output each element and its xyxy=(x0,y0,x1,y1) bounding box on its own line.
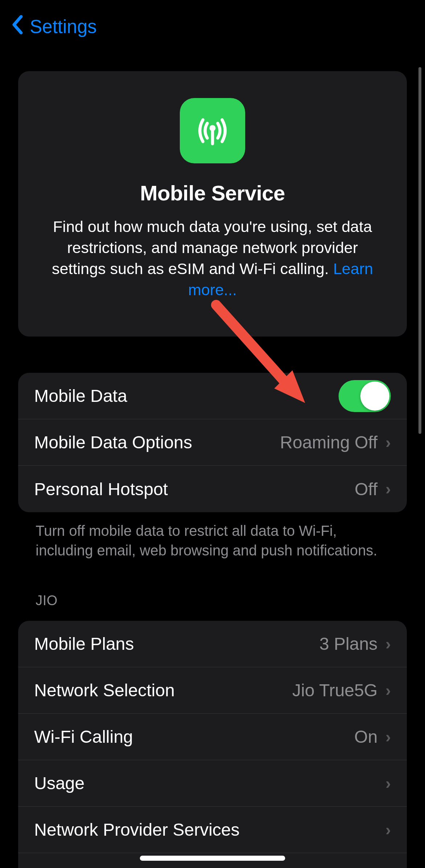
page-title: Mobile Service xyxy=(40,181,385,205)
sim-pin-label: SIM PIN xyxy=(34,867,99,868)
home-indicator[interactable] xyxy=(140,856,285,861)
back-button-label[interactable]: Settings xyxy=(30,16,97,37)
network-selection-value: Jio True5G xyxy=(292,680,378,700)
carrier-section-header: JIO xyxy=(18,560,407,614)
mobile-data-toggle[interactable] xyxy=(339,380,391,412)
network-selection-label: Network Selection xyxy=(34,680,175,700)
page-description-text: Find out how much data you're using, set… xyxy=(52,218,372,277)
back-chevron-icon[interactable] xyxy=(11,15,23,38)
personal-hotspot-value: Off xyxy=(355,479,377,499)
carrier-group: Mobile Plans 3 Plans › Network Selection… xyxy=(18,621,407,868)
chevron-right-icon: › xyxy=(385,821,391,839)
scroll-content[interactable]: Mobile Service Find out how much data yo… xyxy=(0,71,425,868)
hero-card: Mobile Service Find out how much data yo… xyxy=(18,71,407,337)
wifi-calling-value: On xyxy=(354,727,377,747)
mobile-plans-row[interactable]: Mobile Plans 3 Plans › xyxy=(18,621,407,667)
network-provider-services-row[interactable]: Network Provider Services › xyxy=(18,807,407,853)
personal-hotspot-row[interactable]: Personal Hotspot Off › xyxy=(18,466,407,512)
nav-header: Settings xyxy=(0,0,425,49)
switch-knob xyxy=(360,382,389,411)
mobile-plans-label: Mobile Plans xyxy=(34,634,134,654)
chevron-right-icon: › xyxy=(385,480,391,498)
usage-label: Usage xyxy=(34,773,85,793)
wifi-calling-label: Wi-Fi Calling xyxy=(34,727,133,747)
mobile-data-options-row[interactable]: Mobile Data Options Roaming Off › xyxy=(18,419,407,466)
mobile-data-options-label: Mobile Data Options xyxy=(34,432,192,452)
mobile-data-row: Mobile Data xyxy=(18,373,407,419)
mobile-plans-value: 3 Plans xyxy=(319,634,377,654)
network-selection-row[interactable]: Network Selection Jio True5G › xyxy=(18,667,407,714)
chevron-right-icon: › xyxy=(385,635,391,653)
antenna-icon xyxy=(180,98,245,163)
chevron-right-icon: › xyxy=(385,728,391,746)
mobile-data-group: Mobile Data Mobile Data Options Roaming … xyxy=(18,373,407,512)
wifi-calling-row[interactable]: Wi-Fi Calling On › xyxy=(18,714,407,760)
mobile-data-footer-text: Turn off mobile data to restrict all dat… xyxy=(18,512,407,560)
mobile-data-options-value: Roaming Off xyxy=(280,432,378,452)
chevron-right-icon: › xyxy=(385,681,391,700)
network-provider-services-label: Network Provider Services xyxy=(34,820,240,840)
scrollbar-indicator[interactable] xyxy=(418,67,421,434)
chevron-right-icon: › xyxy=(385,433,391,452)
personal-hotspot-label: Personal Hotspot xyxy=(34,479,168,499)
usage-row[interactable]: Usage › xyxy=(18,760,407,807)
mobile-data-label: Mobile Data xyxy=(34,386,127,406)
chevron-right-icon: › xyxy=(385,774,391,792)
page-description: Find out how much data you're using, set… xyxy=(40,216,385,300)
